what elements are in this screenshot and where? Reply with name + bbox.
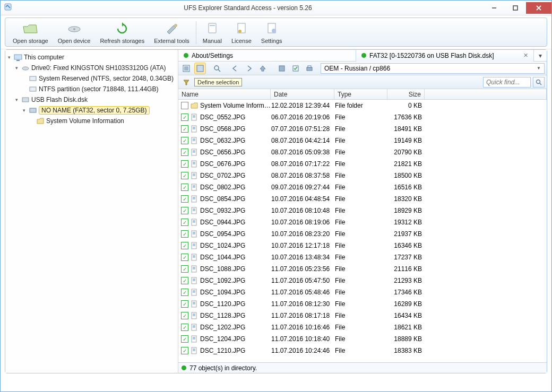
expander-icon[interactable]: ▾ xyxy=(14,97,20,103)
checkbox[interactable]: ✓ xyxy=(181,265,188,273)
tree-ntfs-partition[interactable]: NTFS partition (sector 718848, 111.44GB) xyxy=(21,84,177,94)
save-button[interactable] xyxy=(276,63,288,74)
checkbox[interactable]: ✓ xyxy=(181,184,188,191)
encoding-combo[interactable]: OEM - Russian / cp866 ▼ xyxy=(321,63,545,74)
print-button[interactable] xyxy=(304,63,315,74)
nav-forward-button[interactable] xyxy=(243,63,255,74)
tab-close-icon[interactable]: ✕ xyxy=(523,52,528,59)
file-date: 10.07.2016 13:48:34 xyxy=(271,254,335,261)
license-button[interactable]: License xyxy=(227,20,256,45)
checkbox[interactable]: ✓ xyxy=(181,195,188,203)
close-button[interactable] xyxy=(526,2,551,14)
checkbox[interactable] xyxy=(181,102,188,109)
nav-up-button[interactable] xyxy=(257,63,269,74)
checkbox[interactable]: ✓ xyxy=(181,254,188,261)
save-selected-button[interactable] xyxy=(290,63,301,74)
expander-icon[interactable]: ▾ xyxy=(6,55,12,60)
checkbox[interactable]: ✓ xyxy=(181,289,188,296)
file-row[interactable]: ✓DSC_0702.JPG08.07.2016 08:37:58File1850… xyxy=(178,170,547,181)
file-row[interactable]: ✓DSC_0656.JPG08.07.2016 05:09:38File2079… xyxy=(178,146,547,158)
expander-icon[interactable]: ▾ xyxy=(21,108,27,114)
file-row[interactable]: ✓DSC_0954.JPG10.07.2016 08:23:20File2193… xyxy=(178,228,547,240)
minimize-button[interactable] xyxy=(484,2,505,14)
file-size: 17237 KB xyxy=(388,254,425,261)
col-name[interactable]: Name xyxy=(178,89,271,99)
file-row[interactable]: System Volume Information12.02.2018 12:3… xyxy=(178,100,547,111)
file-row[interactable]: ✓DSC_1088.JPG11.07.2016 05:23:56File2111… xyxy=(178,263,547,275)
file-type: File xyxy=(335,160,388,168)
checkbox[interactable]: ✓ xyxy=(181,172,188,179)
file-row[interactable]: ✓DSC_1092.JPG11.07.2016 05:47:50File2129… xyxy=(178,275,547,286)
computer-icon xyxy=(14,53,22,62)
checkbox[interactable]: ✓ xyxy=(181,219,188,226)
filter-icon-button[interactable] xyxy=(180,76,192,88)
checkbox[interactable]: ✓ xyxy=(181,300,188,308)
quick-find-go-button[interactable] xyxy=(533,77,545,88)
search-button[interactable] xyxy=(211,63,223,74)
tab-fat32[interactable]: FAT32 [0-15220736 on USB Flash Disk.dsk]… xyxy=(356,50,534,62)
file-size: 16346 KB xyxy=(388,242,425,249)
svg-rect-47 xyxy=(193,208,195,211)
checkbox[interactable]: ✓ xyxy=(181,114,188,121)
svg-rect-43 xyxy=(193,185,195,188)
svg-rect-39 xyxy=(193,162,195,164)
maximize-button[interactable] xyxy=(505,2,526,14)
file-date: 12.02.2018 12:39:44 xyxy=(271,102,335,109)
quick-find-input[interactable] xyxy=(483,77,531,88)
checkbox[interactable]: ✓ xyxy=(181,324,188,331)
file-row[interactable]: ✓DSC_1044.JPG10.07.2016 13:48:34File1723… xyxy=(178,251,547,263)
external-tools-button[interactable]: External tools xyxy=(150,20,194,45)
file-list[interactable]: System Volume Information12.02.2018 12:3… xyxy=(178,100,547,362)
file-row[interactable]: ✓DSC_0568.JPG07.07.2016 07:51:28File1849… xyxy=(178,123,547,135)
col-date[interactable]: Date xyxy=(271,89,334,99)
file-row[interactable]: ✓DSC_1202.JPG11.07.2016 10:16:46File1862… xyxy=(178,321,547,333)
file-row[interactable]: ✓DSC_0676.JPG08.07.2016 07:17:22File2182… xyxy=(178,158,547,170)
checkbox[interactable]: ✓ xyxy=(181,207,188,214)
file-row[interactable]: ✓DSC_0632.JPG08.07.2016 04:42:14File1914… xyxy=(178,135,547,146)
storage-tree[interactable]: ▾ This computer ▾ Drive0: Fixed KINGSTON… xyxy=(5,50,178,373)
refresh-storages-button[interactable]: Refresh storages xyxy=(96,20,149,45)
checkbox[interactable]: ✓ xyxy=(181,347,188,354)
select-all-button[interactable] xyxy=(180,63,192,74)
file-row[interactable]: ✓DSC_0944.JPG10.07.2016 08:19:06File1931… xyxy=(178,216,547,228)
file-row[interactable]: ✓DSC_1128.JPG11.07.2016 08:17:18File1643… xyxy=(178,310,547,321)
checkbox[interactable]: ✓ xyxy=(181,149,188,156)
file-row[interactable]: ✓DSC_1120.JPG11.07.2016 08:12:30File1628… xyxy=(178,298,547,310)
tree-svi[interactable]: System Volume Information xyxy=(29,116,177,126)
expander-icon[interactable]: ▾ xyxy=(14,65,20,71)
checkbox[interactable]: ✓ xyxy=(181,137,188,144)
tree-no-name[interactable]: ▾ NO NAME (FAT32, sector 0, 7.25GB) xyxy=(21,105,177,116)
tab-overflow-button[interactable]: ▾ xyxy=(534,52,547,59)
file-row[interactable]: ✓DSC_1210.JPG11.07.2016 10:24:46File1838… xyxy=(178,345,547,356)
checkbox[interactable]: ✓ xyxy=(181,335,188,343)
tab-about[interactable]: About/Settings xyxy=(178,50,356,62)
tree-usb-disk[interactable]: ▾ USB Flash Disk.dsk xyxy=(14,94,177,105)
col-type[interactable]: Type xyxy=(334,89,387,99)
checkbox[interactable]: ✓ xyxy=(181,160,188,168)
file-row[interactable]: ✓DSC_0802.JPG09.07.2016 09:27:44File1651… xyxy=(178,181,547,193)
nav-back-button[interactable] xyxy=(229,63,241,74)
open-device-button[interactable]: Open device xyxy=(54,20,95,45)
checkbox[interactable]: ✓ xyxy=(181,242,188,249)
define-selection-button[interactable] xyxy=(194,63,206,74)
checkbox[interactable]: ✓ xyxy=(181,312,188,319)
file-row[interactable]: ✓DSC_1094.JPG11.07.2016 05:48:46File1734… xyxy=(178,286,547,298)
file-row[interactable]: ✓DSC_0552.JPG06.07.2016 20:19:06File1763… xyxy=(178,111,547,123)
checkbox[interactable]: ✓ xyxy=(181,277,188,284)
open-storage-button[interactable]: Open storage xyxy=(8,20,53,45)
file-row[interactable]: ✓DSC_0932.JPG10.07.2016 08:10:48File1892… xyxy=(178,205,547,216)
external-tools-icon xyxy=(163,21,180,36)
manual-button[interactable]: Manual xyxy=(199,20,226,45)
svg-point-9 xyxy=(238,30,242,33)
file-row[interactable]: ✓DSC_1204.JPG11.07.2016 10:18:40File1888… xyxy=(178,333,547,345)
tree-system-reserved[interactable]: System Reserved (NTFS, sector 2048, 0.34… xyxy=(21,73,177,84)
settings-button[interactable]: Settings xyxy=(257,20,287,45)
tree-drive0[interactable]: ▾ Drive0: Fixed KINGSTON SH103S3120G (AT… xyxy=(14,63,177,73)
file-row[interactable]: ✓DSC_1024.JPG10.07.2016 12:17:18File1634… xyxy=(178,240,547,251)
checkbox[interactable]: ✓ xyxy=(181,125,188,133)
file-row[interactable]: ✓DSC_0854.JPG10.07.2016 04:48:54File1832… xyxy=(178,193,547,205)
refresh-icon xyxy=(114,21,131,36)
checkbox[interactable]: ✓ xyxy=(181,230,188,238)
tree-this-computer[interactable]: ▾ This computer xyxy=(6,52,177,63)
col-size[interactable]: Size xyxy=(387,89,425,99)
